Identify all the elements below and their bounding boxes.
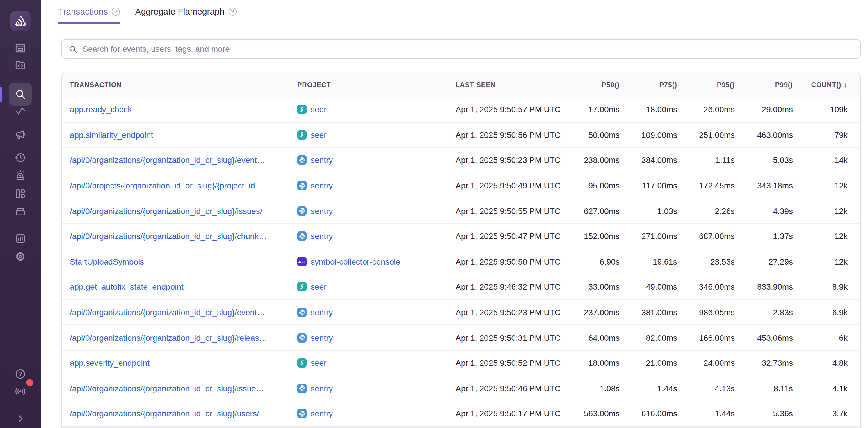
- project-cell: sentry: [297, 333, 456, 342]
- table-row: StartUploadSymbols .NET symbol-collector…: [62, 249, 861, 274]
- feedback-megaphone-icon[interactable]: [10, 125, 30, 144]
- tab-aggregate-flamegraph[interactable]: Aggregate Flamegraph ?: [135, 6, 237, 24]
- p50-cell: 1.08s: [572, 384, 620, 393]
- p99-cell: 5.03s: [735, 156, 793, 165]
- p95-cell: 1.44s: [677, 409, 735, 419]
- search-input[interactable]: [83, 44, 854, 54]
- table-body: app.ready_check seer Apr 1, 2025 9:50:57…: [62, 97, 861, 427]
- p50-cell: 17.00ms: [572, 105, 620, 114]
- transaction-cell: /api/0/organizations/{organization_id_or…: [70, 409, 297, 419]
- p50-cell: 95.00ms: [572, 181, 620, 190]
- project-link[interactable]: seer: [311, 358, 327, 367]
- transaction-link[interactable]: /api/0/organizations/{organization_id_or…: [70, 232, 297, 241]
- table-row: /api/0/organizations/{organization_id_or…: [62, 300, 861, 325]
- project-link[interactable]: sentry: [311, 384, 333, 393]
- traces-zigzag-icon[interactable]: [10, 101, 30, 121]
- column-header-p99[interactable]: P99(): [735, 81, 793, 88]
- python-project-icon: [297, 206, 307, 216]
- sentry-logo[interactable]: [10, 11, 31, 31]
- project-link[interactable]: seer: [311, 105, 327, 114]
- transaction-link[interactable]: /api/0/organizations/{organization_id_or…: [70, 308, 297, 317]
- p99-cell: 8.11s: [735, 384, 793, 393]
- p75-cell: 271.00ms: [620, 232, 677, 241]
- tab-aggregate-flamegraph-label: Aggregate Flamegraph: [135, 6, 224, 16]
- table-footer-strip: [62, 427, 861, 428]
- sort-desc-arrow-icon: ↓: [844, 81, 848, 89]
- column-header-count[interactable]: COUNT() ↓: [793, 81, 848, 89]
- count-cell: 79k: [793, 130, 848, 139]
- transaction-link[interactable]: app.similarity_endpoint: [70, 130, 297, 139]
- project-link[interactable]: sentry: [311, 409, 333, 419]
- dotnet-project-icon: .NET: [297, 257, 307, 266]
- transaction-link[interactable]: app.get_autofix_state_endpoint: [70, 282, 297, 292]
- transaction-link[interactable]: /api/0/organizations/{organization_id_or…: [70, 156, 297, 165]
- transaction-link[interactable]: /api/0/organizations/{organization_id_or…: [70, 333, 297, 342]
- transaction-cell: app.ready_check: [70, 105, 297, 114]
- settings-gear-icon[interactable]: [10, 246, 30, 266]
- count-cell: 3.7k: [793, 409, 848, 419]
- active-nav-indicator: [0, 87, 2, 102]
- count-cell: 4.8k: [793, 358, 848, 367]
- p95-cell: 23.53s: [677, 257, 735, 266]
- python-project-icon: [297, 308, 307, 317]
- tab-transactions[interactable]: Transactions ?: [58, 6, 120, 24]
- python-project-icon: [297, 181, 307, 190]
- p95-cell: 346.00ms: [677, 282, 735, 292]
- table-row: /api/0/projects/{organization_id_or_slug…: [62, 173, 861, 199]
- column-header-project[interactable]: PROJECT: [297, 81, 456, 88]
- project-cell: sentry: [297, 181, 456, 190]
- column-header-transaction[interactable]: TRANSACTION: [70, 81, 297, 88]
- aggregate-flamegraph-help-icon[interactable]: ?: [229, 7, 237, 15]
- transaction-link[interactable]: app.ready_check: [70, 105, 297, 114]
- transaction-link[interactable]: /api/0/projects/{organization_id_or_slug…: [70, 181, 297, 190]
- project-link[interactable]: seer: [311, 130, 327, 139]
- transaction-cell: /api/0/organizations/{organization_id_or…: [70, 156, 297, 165]
- alerts-siren-icon[interactable]: [10, 165, 30, 185]
- p50-cell: 64.00ms: [572, 333, 620, 342]
- project-cell: sentry: [297, 409, 456, 419]
- transaction-link[interactable]: StartUploadSymbols: [70, 257, 297, 266]
- project-link[interactable]: sentry: [311, 181, 333, 190]
- project-link[interactable]: seer: [311, 282, 327, 292]
- transactions-help-icon[interactable]: ?: [112, 7, 120, 15]
- p95-cell: 2.26s: [677, 206, 735, 216]
- project-link[interactable]: sentry: [311, 308, 333, 317]
- broadcast-whats-new-icon[interactable]: [10, 382, 30, 401]
- releases-history-clock-icon[interactable]: [10, 148, 30, 167]
- column-header-p50[interactable]: P50(): [572, 81, 620, 88]
- p75-cell: 82.00ms: [620, 333, 677, 342]
- column-header-p75[interactable]: P75(): [620, 81, 677, 88]
- transaction-link[interactable]: /api/0/organizations/{organization_id_or…: [70, 206, 297, 216]
- project-cell: seer: [297, 130, 456, 139]
- archive-boxes-icon[interactable]: [10, 201, 30, 221]
- p99-cell: 4.39s: [735, 206, 793, 216]
- notification-dot: [26, 379, 33, 386]
- column-header-last-seen[interactable]: LAST SEEN: [456, 81, 572, 88]
- p75-cell: 49.00ms: [620, 282, 677, 292]
- count-header-label: COUNT(): [811, 81, 841, 88]
- transaction-link[interactable]: app.severity_endpoint: [70, 358, 297, 367]
- project-link[interactable]: sentry: [311, 333, 333, 342]
- p99-cell: 27.29s: [735, 257, 793, 266]
- transaction-cell: app.severity_endpoint: [70, 358, 297, 367]
- stats-chart-icon[interactable]: [10, 229, 30, 248]
- transaction-link[interactable]: /api/0/organizations/{organization_id_or…: [70, 409, 297, 419]
- python-project-icon: [297, 384, 307, 393]
- count-cell: 14k: [793, 156, 848, 165]
- column-header-p95[interactable]: P95(): [677, 81, 735, 88]
- transactions-table: TRANSACTION PROJECT LAST SEEN P50() P75(…: [61, 73, 861, 428]
- dashboards-layout-icon[interactable]: [10, 184, 30, 203]
- explore-code-folder-icon[interactable]: [10, 55, 30, 75]
- transaction-link[interactable]: /api/0/organizations/{organization_id_or…: [70, 384, 297, 393]
- p50-cell: 6.90s: [572, 257, 620, 266]
- p95-cell: 4.13s: [677, 384, 735, 393]
- p75-cell: 21.00ms: [620, 358, 677, 367]
- search-bar[interactable]: [61, 39, 861, 59]
- project-link[interactable]: symbol-collector-console: [311, 257, 400, 266]
- transaction-cell: app.get_autofix_state_endpoint: [70, 282, 297, 292]
- project-link[interactable]: sentry: [311, 206, 333, 216]
- expand-chevron-icon[interactable]: [10, 409, 30, 428]
- transaction-cell: /api/0/organizations/{organization_id_or…: [70, 206, 297, 216]
- project-link[interactable]: sentry: [311, 156, 333, 165]
- project-link[interactable]: sentry: [311, 232, 333, 241]
